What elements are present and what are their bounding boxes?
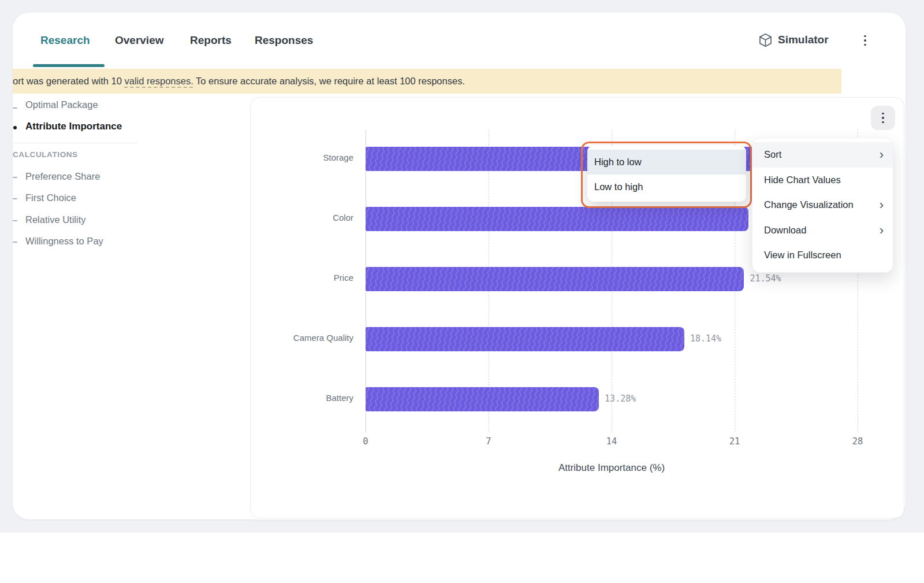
x-tick: 0 <box>363 436 368 447</box>
menu-item-low-to-high[interactable]: Low to high <box>587 174 746 199</box>
x-tick: 28 <box>852 436 863 447</box>
category-label-camera-quality: Camera Quality <box>255 333 353 343</box>
bullet-dash <box>13 242 17 243</box>
active-bullet-dot <box>13 126 17 129</box>
chart-more-options-button[interactable] <box>871 106 895 130</box>
category-label-price: Price <box>255 273 353 283</box>
kebab-icon <box>864 35 866 38</box>
simulator-button[interactable]: Simulator <box>758 30 829 50</box>
chevron-right-icon: › <box>880 142 884 168</box>
sidebar-item-attribute-importance[interactable]: Attribute Importance <box>25 121 122 132</box>
menu-item-change-visualization[interactable]: Change Visualization › <box>752 192 893 218</box>
window-more-options-button[interactable] <box>859 31 871 50</box>
bar-battery <box>366 387 599 411</box>
sidebar-divider <box>14 143 137 143</box>
bullet-dash <box>13 177 17 178</box>
screen: Research Overview Reports Responses Simu… <box>0 0 924 583</box>
bullet-dash <box>13 107 17 109</box>
sidebar-item-first-choice[interactable]: First Choice <box>25 192 76 203</box>
x-axis-title: Attribute Importance (%) <box>366 462 858 474</box>
bullet-dash <box>13 220 17 221</box>
value-label-camera-quality: 18.14% <box>690 333 721 344</box>
tab-responses[interactable]: Responses <box>255 32 313 49</box>
menu-item-label: Download <box>764 225 806 235</box>
sidebar-item-relative-utility[interactable]: Relative Utility <box>25 214 86 225</box>
kebab-icon <box>882 113 884 115</box>
x-tick: 21 <box>729 436 740 447</box>
chart-context-menu: Sort › Hide Chart Values Change Visualiz… <box>752 138 893 273</box>
bullet-dash <box>13 198 17 199</box>
calculations-heading: CALCULATIONS <box>13 150 78 159</box>
menu-item-hide-chart-values[interactable]: Hide Chart Values <box>752 168 893 193</box>
x-tick: 7 <box>486 436 491 447</box>
banner-text-end: To ensure accurate analysis, we require … <box>193 76 465 86</box>
bar-camera-quality <box>366 327 684 351</box>
menu-item-sort[interactable]: Sort › <box>752 142 893 168</box>
x-tick: 14 <box>606 436 617 447</box>
menu-item-label: View in Fullscreen <box>764 250 841 260</box>
tab-overview[interactable]: Overview <box>115 32 164 49</box>
tab-reports[interactable]: Reports <box>190 32 232 49</box>
menu-item-label: Change Visualization <box>764 199 854 210</box>
sidebar-item-optimal-package[interactable]: Optimal Package <box>25 99 98 110</box>
warning-banner: ort was generated with 10 valid response… <box>13 69 841 94</box>
sort-submenu: High to low Low to high <box>587 146 746 202</box>
value-label-battery: 13.28% <box>605 393 636 404</box>
menu-item-label: Sort <box>764 149 781 159</box>
menu-item-download[interactable]: Download › <box>752 218 893 243</box>
chevron-right-icon: › <box>880 192 884 218</box>
cube-icon <box>758 32 773 48</box>
valid-responses-link[interactable]: valid responses. <box>125 76 193 86</box>
menu-item-high-to-low[interactable]: High to low <box>587 150 746 174</box>
sidebar-item-preference-share[interactable]: Preference Share <box>25 171 100 182</box>
category-label-battery: Battery <box>255 393 353 403</box>
banner-text-start: ort was generated with 10 <box>13 76 125 86</box>
tab-research[interactable]: Research <box>40 32 90 49</box>
value-label-price: 21.54% <box>750 273 781 284</box>
bar-price <box>366 267 744 291</box>
chevron-right-icon: › <box>880 218 884 243</box>
sidebar-item-willingness-to-pay[interactable]: Willingness to Pay <box>25 236 103 247</box>
menu-item-view-in-fullscreen[interactable]: View in Fullscreen <box>752 243 893 268</box>
simulator-label: Simulator <box>778 34 829 46</box>
bar-color <box>366 207 748 231</box>
category-label-storage: Storage <box>255 153 353 162</box>
category-label-color: Color <box>255 213 353 222</box>
active-tab-indicator <box>33 64 105 67</box>
menu-item-label: Hide Chart Values <box>764 174 841 185</box>
